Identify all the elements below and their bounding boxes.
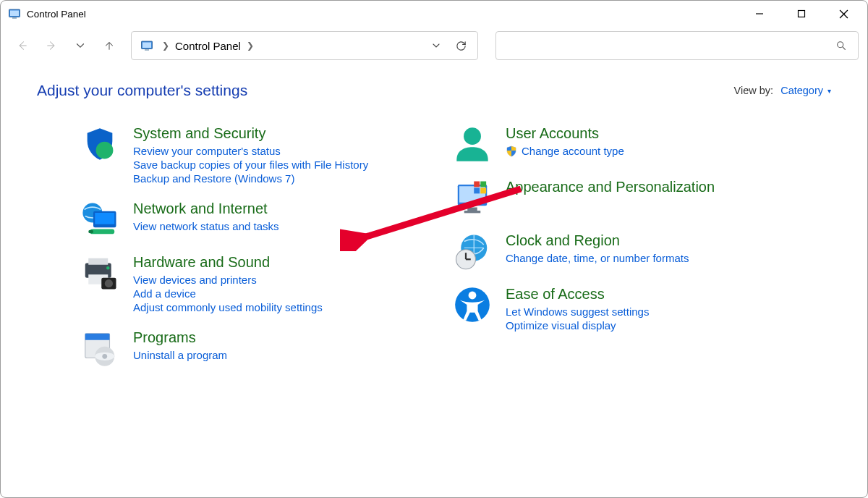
category-appearance: Appearance and Personalization xyxy=(445,174,796,228)
caret-down-icon: ▾ xyxy=(827,87,831,95)
page-heading: Adjust your computer's settings xyxy=(37,82,247,99)
chevron-right-icon[interactable]: ❯ xyxy=(159,41,172,51)
search-box[interactable] xyxy=(495,31,859,60)
control-panel-icon xyxy=(140,38,155,53)
category-title[interactable]: Network and Internet xyxy=(133,201,423,217)
svg-rect-21 xyxy=(88,258,108,265)
printer-icon xyxy=(80,253,120,293)
svg-point-30 xyxy=(102,354,107,359)
shield-icon xyxy=(80,124,120,164)
link-add-device[interactable]: Add a device xyxy=(133,287,423,300)
window-frame: Control Panel xyxy=(0,0,868,498)
link-review-status[interactable]: Review your computer's status xyxy=(133,145,423,157)
svg-rect-11 xyxy=(145,49,149,51)
category-clock-and-region: Clock and Region Change date, time, or n… xyxy=(445,228,796,282)
link-change-account-type[interactable]: Change account type xyxy=(506,145,796,157)
svg-rect-37 xyxy=(480,182,486,187)
svg-point-14 xyxy=(96,142,114,159)
category-title[interactable]: System and Security xyxy=(133,125,423,142)
search-input[interactable] xyxy=(501,40,829,51)
svg-point-45 xyxy=(469,292,477,300)
link-file-history[interactable]: Save backup copies of your files with Fi… xyxy=(133,159,423,171)
category-system-and-security: System and Security Review your computer… xyxy=(72,121,423,196)
link-text: Change account type xyxy=(522,145,624,157)
svg-point-25 xyxy=(105,279,113,287)
user-icon xyxy=(452,124,493,164)
window-maximize-button[interactable] xyxy=(780,1,822,27)
link-backup-restore[interactable]: Backup and Restore (Windows 7) xyxy=(133,172,423,185)
titlebar: Control Panel xyxy=(1,1,867,27)
svg-line-13 xyxy=(843,47,845,49)
link-optimize-display[interactable]: Optimize visual display xyxy=(506,319,796,332)
view-by-value: Category xyxy=(780,85,823,96)
link-mobility-settings[interactable]: Adjust commonly used mobility settings xyxy=(133,301,423,313)
link-windows-suggest[interactable]: Let Windows suggest settings xyxy=(506,305,796,318)
category-title[interactable]: Appearance and Personalization xyxy=(506,179,796,195)
link-uninstall-program[interactable]: Uninstall a program xyxy=(133,349,423,361)
clock-globe-icon xyxy=(452,231,493,271)
network-icon xyxy=(80,199,120,240)
search-icon[interactable] xyxy=(829,32,854,59)
view-by-label: View by: xyxy=(734,85,774,96)
category-hardware-and-sound: Hardware and Sound View devices and prin… xyxy=(72,250,423,325)
window-title: Control Panel xyxy=(27,9,86,20)
svg-rect-36 xyxy=(474,182,480,187)
content-header: Adjust your computer's settings View by:… xyxy=(37,82,831,99)
refresh-button[interactable] xyxy=(448,32,473,59)
svg-point-31 xyxy=(464,127,481,145)
right-column: User Accounts xyxy=(445,121,796,379)
category-title[interactable]: Ease of Access xyxy=(506,286,796,303)
svg-rect-19 xyxy=(88,230,93,234)
nav-recent-dropdown[interactable] xyxy=(67,33,93,59)
nav-back-button[interactable] xyxy=(9,33,35,59)
category-network-and-internet: Network and Internet View network status… xyxy=(72,196,423,250)
svg-rect-27 xyxy=(85,334,110,340)
accessibility-icon xyxy=(452,284,493,325)
svg-rect-34 xyxy=(467,208,477,211)
svg-rect-1 xyxy=(10,11,19,17)
category-programs: Programs Uninstall a program xyxy=(72,325,423,379)
link-date-time-formats[interactable]: Change date, time, or number formats xyxy=(506,252,796,264)
category-title[interactable]: User Accounts xyxy=(506,125,796,142)
svg-rect-38 xyxy=(474,188,480,194)
svg-rect-10 xyxy=(142,43,151,48)
chevron-right-icon[interactable]: ❯ xyxy=(244,41,257,51)
monitor-icon xyxy=(452,177,493,218)
uac-shield-icon xyxy=(506,145,517,157)
breadcrumb-control-panel[interactable]: Control Panel xyxy=(172,38,244,54)
nav-forward-button[interactable] xyxy=(38,33,64,59)
svg-rect-17 xyxy=(95,213,114,224)
svg-rect-39 xyxy=(480,188,486,194)
address-dropdown-button[interactable] xyxy=(424,32,448,59)
link-devices-printers[interactable]: View devices and printers xyxy=(133,274,423,286)
nav-toolbar: ❯ Control Panel ❯ xyxy=(1,27,867,67)
left-column: System and Security Review your computer… xyxy=(72,121,423,379)
category-title[interactable]: Hardware and Sound xyxy=(133,254,423,271)
programs-icon xyxy=(80,328,120,368)
control-panel-icon xyxy=(8,7,21,20)
content-area: Adjust your computer's settings View by:… xyxy=(1,67,867,497)
window-minimize-button[interactable] xyxy=(739,1,780,27)
category-grid: System and Security Review your computer… xyxy=(72,121,796,379)
category-title[interactable]: Programs xyxy=(133,329,423,346)
category-ease-of-access: Ease of Access Let Windows suggest setti… xyxy=(445,282,796,343)
svg-point-12 xyxy=(838,42,843,48)
nav-up-button[interactable] xyxy=(96,33,122,59)
category-title[interactable]: Clock and Region xyxy=(506,232,796,249)
address-bar[interactable]: ❯ Control Panel ❯ xyxy=(131,31,478,60)
svg-rect-35 xyxy=(464,211,481,213)
svg-rect-4 xyxy=(799,11,805,17)
svg-rect-2 xyxy=(12,17,17,19)
view-by-dropdown[interactable]: Category ▾ xyxy=(780,85,831,96)
window-close-button[interactable] xyxy=(822,1,864,27)
svg-point-23 xyxy=(106,266,110,270)
category-user-accounts: User Accounts xyxy=(445,121,796,174)
link-network-status[interactable]: View network status and tasks xyxy=(133,220,423,232)
svg-rect-18 xyxy=(90,229,115,235)
